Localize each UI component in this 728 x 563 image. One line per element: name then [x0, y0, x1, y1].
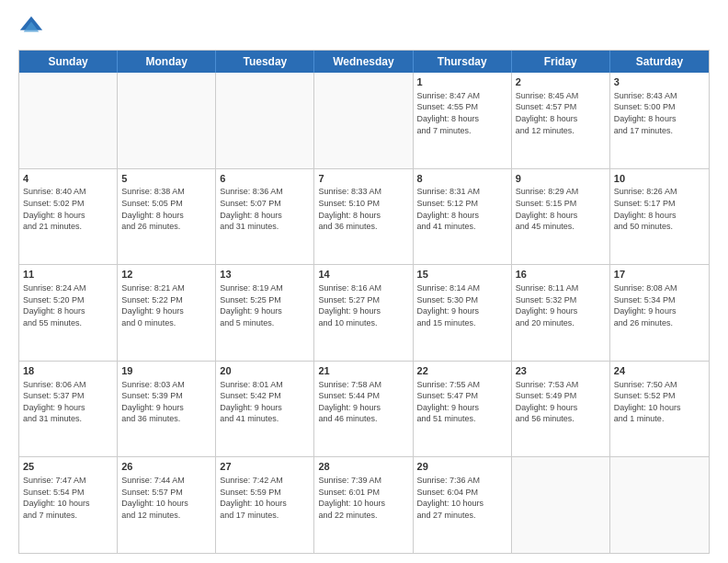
cell-info-text: Sunrise: 8:03 AMSunset: 5:39 PMDaylight:…	[121, 379, 211, 425]
cell-info-text: Sunrise: 7:42 AMSunset: 5:59 PMDaylight:…	[220, 475, 310, 521]
cal-cell-day-26: 26Sunrise: 7:44 AMSunset: 5:57 PMDayligh…	[118, 457, 216, 553]
header	[18, 15, 710, 40]
cell-info-text: Sunrise: 8:21 AMSunset: 5:22 PMDaylight:…	[121, 282, 211, 328]
cal-header-friday: Friday	[512, 51, 610, 73]
cal-week-row-0: 1Sunrise: 8:47 AMSunset: 4:55 PMDaylight…	[19, 73, 709, 169]
day-number: 22	[417, 364, 507, 378]
cell-info-text: Sunrise: 8:11 AMSunset: 5:32 PMDaylight:…	[516, 282, 606, 328]
cell-info-text: Sunrise: 8:08 AMSunset: 5:34 PMDaylight:…	[614, 282, 705, 328]
cal-cell-day-27: 27Sunrise: 7:42 AMSunset: 5:59 PMDayligh…	[216, 457, 314, 553]
cal-cell-empty	[216, 73, 314, 168]
cell-info-text: Sunrise: 8:16 AMSunset: 5:27 PMDaylight:…	[318, 282, 408, 328]
day-number: 27	[220, 460, 310, 474]
day-number: 7	[318, 172, 408, 186]
cell-info-text: Sunrise: 8:19 AMSunset: 5:25 PMDaylight:…	[220, 282, 310, 328]
cell-info-text: Sunrise: 7:36 AMSunset: 6:04 PMDaylight:…	[417, 475, 507, 521]
cal-cell-day-9: 9Sunrise: 8:29 AMSunset: 5:15 PMDaylight…	[512, 169, 610, 265]
cal-cell-day-24: 24Sunrise: 7:50 AMSunset: 5:52 PMDayligh…	[610, 362, 709, 457]
cell-info-text: Sunrise: 7:53 AMSunset: 5:49 PMDaylight:…	[516, 379, 606, 425]
cell-info-text: Sunrise: 8:45 AMSunset: 4:57 PMDaylight:…	[516, 90, 606, 136]
cell-info-text: Sunrise: 8:40 AMSunset: 5:02 PMDaylight:…	[23, 186, 113, 232]
cal-cell-empty	[118, 73, 216, 168]
day-number: 23	[516, 364, 606, 378]
cal-cell-day-29: 29Sunrise: 7:36 AMSunset: 6:04 PMDayligh…	[414, 457, 512, 553]
cal-week-row-3: 18Sunrise: 8:06 AMSunset: 5:37 PMDayligh…	[19, 362, 709, 458]
cell-info-text: Sunrise: 7:47 AMSunset: 5:54 PMDaylight:…	[23, 475, 113, 521]
calendar: SundayMondayTuesdayWednesdayThursdayFrid…	[18, 50, 710, 554]
day-number: 14	[318, 268, 408, 282]
day-number: 3	[614, 75, 705, 89]
cal-cell-day-25: 25Sunrise: 7:47 AMSunset: 5:54 PMDayligh…	[19, 457, 118, 553]
cal-cell-day-7: 7Sunrise: 8:33 AMSunset: 5:10 PMDaylight…	[314, 169, 413, 265]
cal-cell-day-18: 18Sunrise: 8:06 AMSunset: 5:37 PMDayligh…	[19, 362, 118, 457]
calendar-header-row: SundayMondayTuesdayWednesdayThursdayFrid…	[19, 51, 709, 73]
cell-info-text: Sunrise: 8:26 AMSunset: 5:17 PMDaylight:…	[614, 186, 705, 232]
cell-info-text: Sunrise: 8:29 AMSunset: 5:15 PMDaylight:…	[516, 186, 606, 232]
day-number: 12	[121, 268, 211, 282]
cell-info-text: Sunrise: 8:38 AMSunset: 5:05 PMDaylight:…	[121, 186, 211, 232]
cal-cell-empty	[512, 457, 610, 553]
cell-info-text: Sunrise: 7:58 AMSunset: 5:44 PMDaylight:…	[318, 379, 408, 425]
cal-cell-day-11: 11Sunrise: 8:24 AMSunset: 5:20 PMDayligh…	[19, 265, 118, 361]
cal-header-thursday: Thursday	[414, 51, 512, 73]
calendar-body: 1Sunrise: 8:47 AMSunset: 4:55 PMDaylight…	[19, 73, 709, 553]
cell-info-text: Sunrise: 7:39 AMSunset: 6:01 PMDaylight:…	[318, 475, 408, 521]
day-number: 5	[121, 172, 211, 186]
cal-week-row-1: 4Sunrise: 8:40 AMSunset: 5:02 PMDaylight…	[19, 169, 709, 266]
day-number: 19	[121, 364, 211, 378]
cal-cell-day-8: 8Sunrise: 8:31 AMSunset: 5:12 PMDaylight…	[414, 169, 512, 265]
day-number: 4	[23, 172, 113, 186]
day-number: 15	[417, 268, 507, 282]
cal-cell-day-13: 13Sunrise: 8:19 AMSunset: 5:25 PMDayligh…	[216, 265, 314, 361]
cell-info-text: Sunrise: 7:55 AMSunset: 5:47 PMDaylight:…	[417, 379, 507, 425]
day-number: 21	[318, 364, 408, 378]
cell-info-text: Sunrise: 8:47 AMSunset: 4:55 PMDaylight:…	[417, 90, 507, 136]
cell-info-text: Sunrise: 8:31 AMSunset: 5:12 PMDaylight:…	[417, 186, 507, 232]
day-number: 9	[516, 172, 606, 186]
day-number: 2	[516, 75, 606, 89]
day-number: 13	[220, 268, 310, 282]
cal-cell-day-4: 4Sunrise: 8:40 AMSunset: 5:02 PMDaylight…	[19, 169, 118, 265]
cell-info-text: Sunrise: 8:43 AMSunset: 5:00 PMDaylight:…	[614, 90, 705, 136]
cal-header-tuesday: Tuesday	[216, 51, 314, 73]
cal-cell-day-28: 28Sunrise: 7:39 AMSunset: 6:01 PMDayligh…	[314, 457, 413, 553]
day-number: 24	[614, 364, 705, 378]
cal-header-monday: Monday	[118, 51, 216, 73]
cell-info-text: Sunrise: 8:36 AMSunset: 5:07 PMDaylight:…	[220, 186, 310, 232]
cell-info-text: Sunrise: 8:33 AMSunset: 5:10 PMDaylight:…	[318, 186, 408, 232]
logo	[18, 15, 48, 40]
cell-info-text: Sunrise: 8:14 AMSunset: 5:30 PMDaylight:…	[417, 282, 507, 328]
day-number: 6	[220, 172, 310, 186]
cal-cell-day-22: 22Sunrise: 7:55 AMSunset: 5:47 PMDayligh…	[414, 362, 512, 457]
day-number: 16	[516, 268, 606, 282]
cal-cell-day-19: 19Sunrise: 8:03 AMSunset: 5:39 PMDayligh…	[118, 362, 216, 457]
cal-week-row-4: 25Sunrise: 7:47 AMSunset: 5:54 PMDayligh…	[19, 457, 709, 553]
cal-cell-day-3: 3Sunrise: 8:43 AMSunset: 5:00 PMDaylight…	[610, 73, 709, 168]
day-number: 29	[417, 460, 507, 474]
cell-info-text: Sunrise: 7:44 AMSunset: 5:57 PMDaylight:…	[121, 475, 211, 521]
cal-cell-day-6: 6Sunrise: 8:36 AMSunset: 5:07 PMDaylight…	[216, 169, 314, 265]
cal-header-sunday: Sunday	[19, 51, 118, 73]
day-number: 20	[220, 364, 310, 378]
cal-cell-empty	[610, 457, 709, 553]
cal-cell-day-15: 15Sunrise: 8:14 AMSunset: 5:30 PMDayligh…	[414, 265, 512, 361]
cal-cell-day-10: 10Sunrise: 8:26 AMSunset: 5:17 PMDayligh…	[610, 169, 709, 265]
day-number: 11	[23, 268, 113, 282]
logo-icon	[18, 15, 44, 40]
cal-cell-empty	[19, 73, 118, 168]
day-number: 28	[318, 460, 408, 474]
cal-cell-day-1: 1Sunrise: 8:47 AMSunset: 4:55 PMDaylight…	[414, 73, 512, 168]
cal-cell-day-21: 21Sunrise: 7:58 AMSunset: 5:44 PMDayligh…	[314, 362, 413, 457]
cell-info-text: Sunrise: 8:24 AMSunset: 5:20 PMDaylight:…	[23, 282, 113, 328]
cell-info-text: Sunrise: 8:01 AMSunset: 5:42 PMDaylight:…	[220, 379, 310, 425]
cal-cell-day-12: 12Sunrise: 8:21 AMSunset: 5:22 PMDayligh…	[118, 265, 216, 361]
day-number: 8	[417, 172, 507, 186]
cal-header-saturday: Saturday	[610, 51, 709, 73]
cal-week-row-2: 11Sunrise: 8:24 AMSunset: 5:20 PMDayligh…	[19, 265, 709, 362]
cal-cell-empty	[314, 73, 413, 168]
cell-info-text: Sunrise: 8:06 AMSunset: 5:37 PMDaylight:…	[23, 379, 113, 425]
cell-info-text: Sunrise: 7:50 AMSunset: 5:52 PMDaylight:…	[614, 379, 705, 425]
cal-cell-day-23: 23Sunrise: 7:53 AMSunset: 5:49 PMDayligh…	[512, 362, 610, 457]
day-number: 10	[614, 172, 705, 186]
cal-cell-day-17: 17Sunrise: 8:08 AMSunset: 5:34 PMDayligh…	[610, 265, 709, 361]
